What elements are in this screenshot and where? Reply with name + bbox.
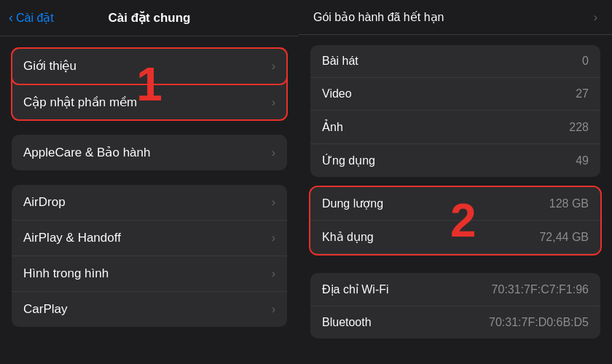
chevron-icon: › — [272, 267, 275, 280]
chevron-icon: › — [272, 303, 275, 316]
kha-dung-label: Khả dụng — [322, 230, 374, 244]
settings-row-airdrop[interactable]: AirDrop › — [12, 185, 287, 221]
warranty-chevron-icon: › — [594, 11, 597, 24]
settings-row-gioi-thieu[interactable]: Giới thiệu › — [12, 48, 287, 84]
anh-label: Ảnh — [322, 120, 343, 134]
settings-row-carplay[interactable]: CarPlay › — [12, 292, 287, 327]
right-content: Gói bảo hành đã hết hạn › Bài hát 0 Vide… — [299, 0, 612, 339]
capacity-row-dung-luong: Dung lượng 128 GB — [310, 187, 600, 221]
dung-luong-label: Dung lượng — [322, 197, 383, 210]
settings-group-1: Giới thiệu › Cập nhật phần mềm › — [12, 48, 287, 120]
bluetooth-value: 70:31:7F:D0:6B:D5 — [489, 316, 589, 329]
wifi-row-bluetooth: Bluetooth 70:31:7F:D0:6B:D5 — [310, 306, 600, 339]
video-label: Video — [322, 87, 352, 100]
capacity-section: Dung lượng 128 GB Khả dụng 72,44 GB 2 — [310, 187, 600, 254]
kha-dung-value: 72,44 GB — [539, 231, 589, 244]
settings-group-3: AirDrop › AirPlay & Handoff › Hình trong… — [12, 185, 287, 327]
settings-row-applecare[interactable]: AppleCare & Bảo hành › — [12, 135, 287, 170]
wifi-address-value: 70:31:7F:C7:F1:96 — [492, 283, 589, 296]
storage-row-video: Video 27 — [310, 78, 600, 111]
bai-hat-label: Bài hát — [322, 55, 358, 68]
left-settings-content: Giới thiệu › Cập nhật phần mềm › 1 Apple… — [0, 36, 299, 364]
ung-dung-label: Ứng dụng — [322, 154, 375, 167]
airplay-label: AirPlay & Handoff — [23, 231, 121, 245]
wifi-address-label: Địa chỉ Wi-Fi — [322, 282, 389, 296]
back-button[interactable]: ‹ Cài đặt — [9, 10, 54, 25]
ung-dung-value: 49 — [576, 154, 589, 167]
storage-row-ung-dung: Ứng dụng 49 — [310, 144, 600, 177]
airdrop-label: AirDrop — [23, 195, 66, 210]
hinh-trong-hinh-label: Hình trong hình — [23, 266, 109, 281]
wifi-row-address: Địa chỉ Wi-Fi 70:31:7F:C7:F1:96 — [310, 273, 600, 306]
page-title: Cài đặt chung — [109, 10, 191, 25]
nav-header: ‹ Cài đặt Cài đặt chung — [0, 0, 299, 36]
bluetooth-label: Bluetooth — [322, 316, 372, 329]
chevron-icon: › — [272, 196, 275, 209]
capacity-row-kha-dung: Khả dụng 72,44 GB — [310, 221, 600, 254]
settings-row-hinh-trong-hinh[interactable]: Hình trong hình › — [12, 256, 287, 292]
chevron-icon: › — [272, 96, 275, 109]
back-label: Cài đặt — [16, 11, 54, 25]
back-chevron-icon: ‹ — [9, 10, 13, 25]
storage-row-bai-hat: Bài hát 0 — [310, 45, 600, 78]
left-panel: ‹ Cài đặt Cài đặt chung Giới thiệu › Cập… — [0, 0, 299, 364]
wifi-section: Địa chỉ Wi-Fi 70:31:7F:C7:F1:96 Bluetoot… — [310, 273, 600, 339]
group1-wrapper: Giới thiệu › Cập nhật phần mềm › 1 — [12, 48, 287, 120]
anh-value: 228 — [569, 121, 589, 134]
cap-nhat-label: Cập nhật phần mềm — [23, 95, 137, 110]
bai-hat-value: 0 — [582, 55, 589, 68]
storage-section: Bài hát 0 Video 27 Ảnh 228 Ứng dụng 49 — [310, 45, 600, 177]
settings-row-airplay[interactable]: AirPlay & Handoff › — [12, 221, 287, 256]
chevron-icon: › — [272, 232, 275, 245]
video-value: 27 — [576, 87, 589, 100]
chevron-icon: › — [272, 146, 275, 159]
warranty-label: Gói bảo hành đã hết hạn — [313, 10, 444, 24]
chevron-icon: › — [272, 60, 275, 73]
dung-luong-value: 128 GB — [549, 197, 589, 210]
applecare-label: AppleCare & Bảo hành — [23, 145, 150, 160]
right-panel: Gói bảo hành đã hết hạn › Bài hát 0 Vide… — [299, 0, 612, 364]
warranty-row[interactable]: Gói bảo hành đã hết hạn › — [299, 0, 612, 35]
settings-group-2: AppleCare & Bảo hành › — [12, 135, 287, 170]
storage-row-anh: Ảnh 228 — [310, 111, 600, 144]
gioi-thieu-label: Giới thiệu — [23, 58, 76, 74]
settings-row-cap-nhat[interactable]: Cập nhật phần mềm › — [12, 84, 287, 120]
carplay-label: CarPlay — [23, 302, 67, 317]
